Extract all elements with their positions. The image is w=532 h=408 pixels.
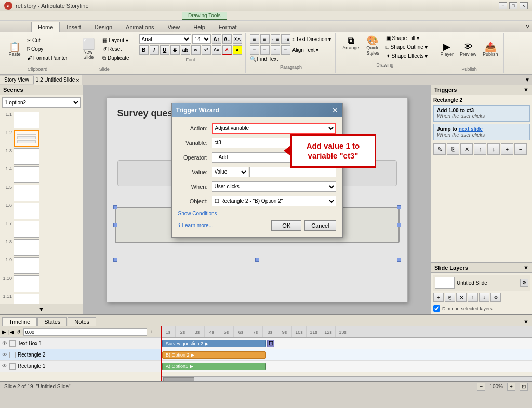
- slide-thumb[interactable]: [14, 185, 39, 201]
- track-lock-3[interactable]: [9, 363, 16, 370]
- fit-button[interactable]: ⊡: [520, 383, 528, 391]
- indent-more-button[interactable]: →≡: [281, 34, 290, 44]
- layer-add-button[interactable]: +: [433, 293, 444, 302]
- slide-thumb[interactable]: [14, 257, 39, 274]
- rewind-button[interactable]: |◀: [8, 329, 14, 335]
- player-button[interactable]: ▶ Player: [437, 41, 456, 58]
- slide-thumb[interactable]: [14, 148, 39, 165]
- timeline-zoom-in[interactable]: +: [150, 329, 153, 335]
- font-grow-button[interactable]: A↑: [212, 34, 221, 44]
- font-color-button[interactable]: A: [222, 45, 232, 55]
- object-select[interactable]: ☐ Rectangle 2 - "B) Option 2": [212, 196, 336, 206]
- dialog-ok-button[interactable]: OK: [271, 220, 301, 231]
- trigger-remove-button[interactable]: −: [514, 143, 527, 155]
- case-button[interactable]: Aa: [212, 45, 221, 55]
- arrange-button[interactable]: ⧉ Arrange: [340, 34, 362, 60]
- tab-states[interactable]: States: [37, 317, 67, 326]
- underline-button[interactable]: U: [160, 45, 169, 55]
- slide-thumb[interactable]: [14, 294, 39, 304]
- drawing-tools-tab[interactable]: Drawing Tools: [182, 12, 227, 20]
- when-select[interactable]: User clicks: [212, 181, 336, 192]
- subscript-button[interactable]: x₂: [191, 45, 201, 55]
- show-conditions-link[interactable]: Show Conditions: [178, 210, 336, 216]
- close-button[interactable]: ×: [520, 2, 528, 9]
- trigger-delete-button[interactable]: ✕: [460, 143, 473, 155]
- slide-thumb[interactable]: [14, 166, 39, 183]
- font-size-select[interactable]: 14: [192, 34, 211, 44]
- dialog-close-button[interactable]: ✕: [332, 106, 338, 114]
- tab-insert[interactable]: Insert: [60, 22, 88, 32]
- zoom-in-button[interactable]: +: [507, 383, 515, 391]
- trigger-copy-button[interactable]: ⎘: [447, 143, 459, 155]
- trigger-item-1[interactable]: Add 1.00 to ct3 When the user clicks: [433, 105, 530, 122]
- slide-tab-close[interactable]: ×: [76, 77, 79, 83]
- shape-fill-button[interactable]: ▣ Shape Fill ▾: [384, 34, 430, 42]
- layer-settings-btn[interactable]: ⚙: [490, 293, 501, 302]
- layer-copy-button[interactable]: ⎘: [445, 293, 455, 302]
- dim-layers-checkbox[interactable]: [433, 305, 440, 312]
- trigger-edit-button[interactable]: ✎: [433, 143, 446, 155]
- tab-design[interactable]: Design: [88, 22, 119, 32]
- align-left-button[interactable]: ≡: [250, 45, 259, 55]
- track-eye-1[interactable]: 👁: [2, 340, 7, 346]
- timeline-collapse-button[interactable]: ▼: [520, 318, 532, 326]
- scenes-dropdown[interactable]: 1 option2: [2, 97, 81, 108]
- highlight-button[interactable]: A: [233, 45, 242, 55]
- italic-button[interactable]: I: [150, 45, 159, 55]
- preview-button[interactable]: 👁 Preview: [457, 41, 479, 58]
- text-direction-button[interactable]: ↕ Text Direction ▾: [291, 36, 332, 42]
- format-painter-button[interactable]: 🖌 Format Painter: [25, 54, 70, 62]
- justify-button[interactable]: ≡: [281, 45, 290, 55]
- new-slide-button[interactable]: ⬜ NewSlide: [77, 37, 99, 61]
- loop-button[interactable]: ↺: [16, 329, 20, 335]
- layer-delete-button[interactable]: ✕: [456, 293, 467, 302]
- tab-help[interactable]: Help: [187, 22, 212, 32]
- font-name-select[interactable]: Arial: [139, 34, 191, 44]
- superscript-button[interactable]: x²: [202, 45, 211, 55]
- collapse-panel-button[interactable]: ▼: [523, 77, 532, 83]
- tab-notes[interactable]: Notes: [68, 317, 96, 326]
- minimize-button[interactable]: −: [499, 2, 507, 9]
- trigger-item-2[interactable]: Jump to next slide When the user clicks: [433, 124, 530, 140]
- trigger-add-button[interactable]: +: [501, 143, 513, 155]
- clear-format-button[interactable]: ✕A: [233, 34, 242, 44]
- bold-button[interactable]: B: [139, 45, 149, 55]
- story-view-tab[interactable]: Story View: [0, 76, 34, 84]
- slide-thumb[interactable]: [14, 275, 39, 292]
- font-shrink-button[interactable]: A↓: [222, 34, 232, 44]
- layer-move-up-button[interactable]: ↑: [468, 293, 478, 302]
- strikethrough-button[interactable]: S: [170, 45, 180, 55]
- restore-button[interactable]: □: [509, 2, 517, 9]
- tab-animations[interactable]: Animations: [119, 22, 161, 32]
- layer-item[interactable]: Untitled Slide ⚙: [433, 275, 530, 291]
- dialog-cancel-button[interactable]: Cancel: [304, 220, 336, 231]
- align-right-button[interactable]: ≡: [271, 45, 280, 55]
- numbering-button[interactable]: ≡: [260, 34, 270, 44]
- tab-timeline[interactable]: Timeline: [2, 317, 37, 326]
- triggers-expand-icon[interactable]: ▼: [523, 87, 529, 93]
- track-lock-1[interactable]: [9, 340, 16, 347]
- scenes-scroll-down[interactable]: ▼: [0, 304, 83, 314]
- timeline-scrollbar[interactable]: [161, 376, 532, 381]
- publish-button[interactable]: 📤 Publish: [480, 41, 501, 58]
- track-eye-3[interactable]: 👁: [2, 363, 7, 369]
- slide-thumb[interactable]: [14, 203, 39, 219]
- track-bar-textbox1[interactable]: Survey question 2 ▶: [162, 340, 266, 347]
- slide-thumb[interactable]: [14, 112, 39, 128]
- layer-move-down-button[interactable]: ↓: [479, 293, 489, 302]
- find-text-button[interactable]: 🔍 Find Text: [250, 56, 278, 62]
- duplicate-button[interactable]: ⧉ Duplicate: [100, 54, 131, 62]
- shape-effects-button[interactable]: ✦ Shape Effects ▾: [384, 52, 430, 60]
- help-icon[interactable]: ?: [523, 23, 532, 32]
- reset-button[interactable]: ↺ Reset: [100, 45, 131, 53]
- slide-layers-expand-icon[interactable]: ▼: [523, 265, 529, 271]
- window-controls[interactable]: − □ ×: [499, 2, 528, 9]
- layer-settings-button[interactable]: ⚙: [520, 279, 528, 287]
- track-lock-2[interactable]: [9, 352, 16, 358]
- copy-button[interactable]: ⎘ Copy: [25, 45, 70, 53]
- tab-view[interactable]: View: [161, 22, 187, 32]
- shadow-button[interactable]: ab: [181, 45, 190, 55]
- tab-home[interactable]: Home: [31, 22, 60, 32]
- shape-outline-button[interactable]: □ Shape Outline ▾: [384, 43, 430, 51]
- track-bar-rect2[interactable]: B) Option 2 ▶: [162, 351, 266, 359]
